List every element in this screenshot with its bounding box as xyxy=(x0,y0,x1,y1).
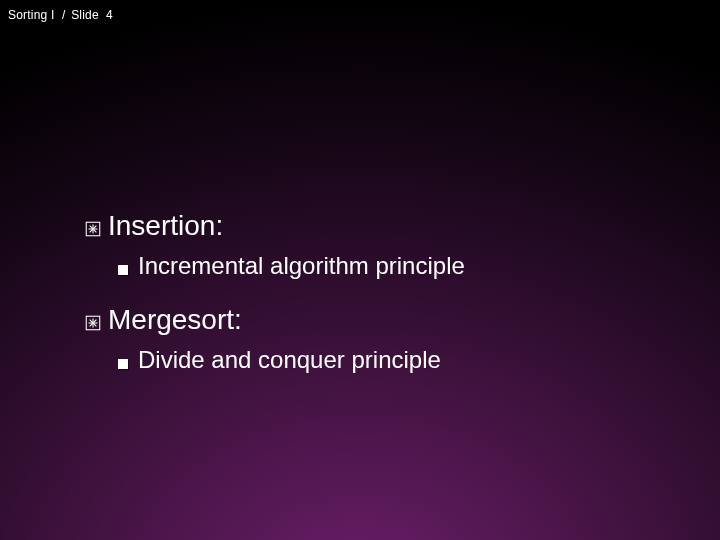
course-name: Sorting I xyxy=(8,8,55,22)
item-subtext: Incremental algorithm principle xyxy=(138,252,465,280)
list-subitem: Divide and conquer principle xyxy=(118,346,680,374)
list-subitem: Incremental algorithm principle xyxy=(118,252,680,280)
item-title: Mergesort: xyxy=(108,304,242,336)
asterisk-bullet-icon xyxy=(84,217,108,235)
asterisk-bullet-icon xyxy=(84,311,108,329)
list-item: Mergesort: Divide and conquer principle xyxy=(84,304,680,374)
slide-content: Insertion: Incremental algorithm princip… xyxy=(84,210,680,398)
slide-number: 4 xyxy=(102,8,112,22)
list-item: Insertion: Incremental algorithm princip… xyxy=(84,210,680,280)
item-title: Insertion: xyxy=(108,210,223,242)
item-subtext: Divide and conquer principle xyxy=(138,346,441,374)
square-bullet-icon xyxy=(118,260,138,278)
square-bullet-icon xyxy=(118,354,138,372)
slide: Sorting I / Slide 4 Insertion: xyxy=(0,0,720,540)
header-separator: / xyxy=(62,8,66,22)
slide-header: Sorting I / Slide 4 xyxy=(8,8,113,22)
slide-label: Slide xyxy=(71,8,99,22)
